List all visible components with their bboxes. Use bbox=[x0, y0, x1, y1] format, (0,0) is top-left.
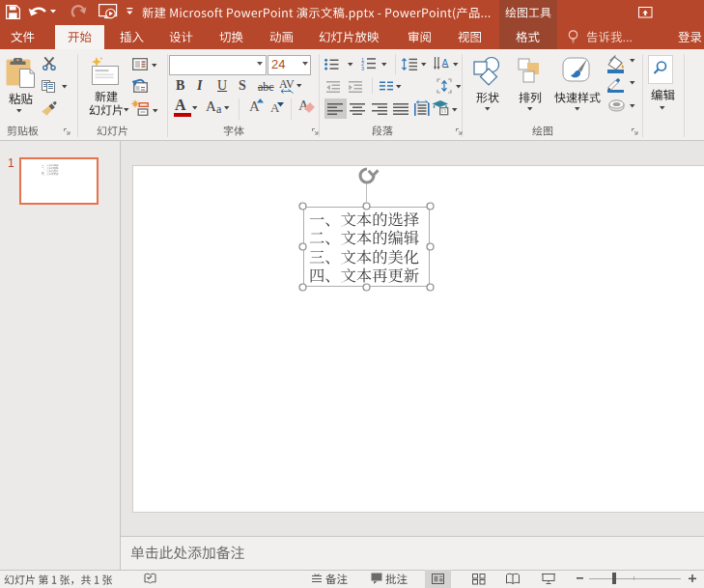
svg-text:3: 3 bbox=[361, 66, 364, 71]
svg-text:A: A bbox=[442, 58, 449, 69]
